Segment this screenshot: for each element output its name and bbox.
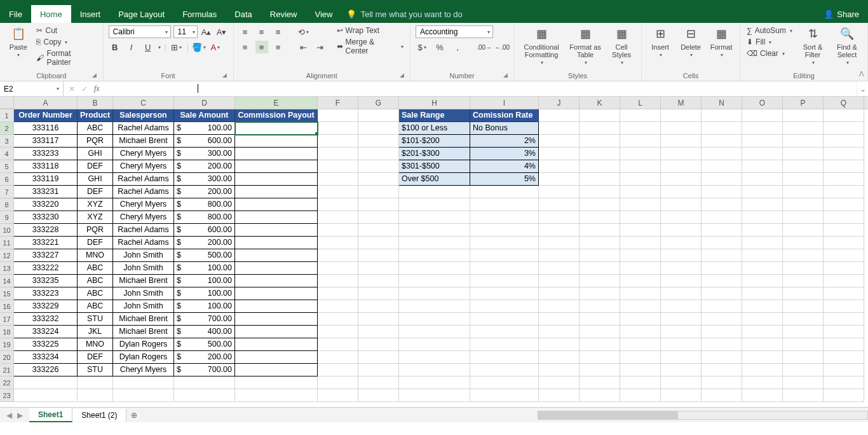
- cell-P10[interactable]: [783, 224, 824, 237]
- find-select-button[interactable]: 🔍Find & Select: [832, 25, 862, 66]
- cell-M18[interactable]: [661, 326, 702, 338]
- col-header-H[interactable]: H: [399, 97, 470, 109]
- cell-N4[interactable]: [702, 148, 742, 160]
- cell-F16[interactable]: [318, 300, 358, 313]
- cell-product-19[interactable]: MNO: [78, 338, 113, 351]
- header-C[interactable]: Salesperson: [113, 109, 174, 122]
- cell-salesperson-19[interactable]: Dylan Rogers: [113, 338, 174, 351]
- insert-function-icon[interactable]: fx: [94, 84, 100, 93]
- cell-amount-5[interactable]: $200.00: [174, 160, 235, 173]
- increase-indent-icon[interactable]: ⇥: [314, 41, 327, 53]
- cell-H13[interactable]: [399, 262, 470, 275]
- cell-N2[interactable]: [702, 122, 742, 135]
- cell-M20[interactable]: [661, 351, 702, 364]
- cell-P5[interactable]: [783, 160, 824, 173]
- cell-K18[interactable]: [580, 326, 620, 338]
- cell-commission-7[interactable]: [235, 186, 318, 198]
- cell-H18[interactable]: [399, 326, 470, 338]
- cell-J10[interactable]: [539, 224, 580, 237]
- name-box[interactable]: E2: [0, 81, 64, 96]
- cell-J2[interactable]: [539, 122, 580, 135]
- row-header-19[interactable]: 19: [0, 338, 14, 351]
- tab-review[interactable]: Review: [261, 5, 306, 23]
- merge-center-button[interactable]: ⬌Merge & Center: [336, 37, 405, 56]
- cell-F7[interactable]: [318, 186, 358, 198]
- comma-format-icon[interactable]: ,: [451, 41, 464, 53]
- cell-Q2[interactable]: [824, 122, 864, 135]
- cell-Q12[interactable]: [824, 249, 864, 262]
- col-header-Q[interactable]: Q: [824, 97, 864, 109]
- cell-H12[interactable]: [399, 249, 470, 262]
- cell-M8[interactable]: [661, 198, 702, 211]
- cell-order-13[interactable]: 333222: [14, 262, 78, 275]
- cell-L21[interactable]: [620, 364, 661, 376]
- cell-Q8[interactable]: [824, 198, 864, 211]
- cell-H22[interactable]: [399, 376, 470, 389]
- cell-range-4[interactable]: $201-$300: [399, 148, 470, 160]
- col-header-B[interactable]: B: [78, 97, 113, 109]
- cell-O15[interactable]: [742, 287, 783, 300]
- cell-F15[interactable]: [318, 287, 358, 300]
- cell-P15[interactable]: [783, 287, 824, 300]
- cell-I18[interactable]: [470, 326, 539, 338]
- cell-J9[interactable]: [539, 211, 580, 224]
- col-header-O[interactable]: O: [742, 97, 783, 109]
- cell-salesperson-9[interactable]: Cheryl Myers: [113, 211, 174, 224]
- sheet-nav-prev-icon[interactable]: ◀: [6, 411, 12, 420]
- header-E[interactable]: Commission Payout: [235, 109, 318, 122]
- sheet-nav-next-icon[interactable]: ▶: [17, 411, 23, 420]
- cell-product-6[interactable]: GHI: [78, 173, 113, 186]
- cell-O19[interactable]: [742, 338, 783, 351]
- cell-O7[interactable]: [742, 186, 783, 198]
- cell-range-2[interactable]: $100 or Less: [399, 122, 470, 135]
- row-header-6[interactable]: 6: [0, 173, 14, 186]
- format-as-table-button[interactable]: ▦Format as Table: [567, 25, 603, 66]
- cell-G2[interactable]: [358, 122, 399, 135]
- row-header-13[interactable]: 13: [0, 262, 14, 275]
- cell-amount-20[interactable]: $200.00: [174, 351, 235, 364]
- cell-K11[interactable]: [580, 237, 620, 249]
- cell-J6[interactable]: [539, 173, 580, 186]
- cell-amount-6[interactable]: $300.00: [174, 173, 235, 186]
- cell-F11[interactable]: [318, 237, 358, 249]
- cell-product-21[interactable]: STU: [78, 364, 113, 376]
- cell-F4[interactable]: [318, 148, 358, 160]
- conditional-formatting-button[interactable]: ▦Conditional Formatting: [519, 25, 564, 66]
- cell-range-3[interactable]: $101-$200: [399, 135, 470, 148]
- cell-I14[interactable]: [470, 275, 539, 287]
- cell-salesperson-12[interactable]: John Smith: [113, 249, 174, 262]
- cell-H16[interactable]: [399, 300, 470, 313]
- cell-M4[interactable]: [661, 148, 702, 160]
- cell-commission-4[interactable]: [235, 148, 318, 160]
- cell-product-2[interactable]: ABC: [78, 122, 113, 135]
- cell-J13[interactable]: [539, 262, 580, 275]
- cell-order-9[interactable]: 333230: [14, 211, 78, 224]
- row-header-4[interactable]: 4: [0, 148, 14, 160]
- cell-P9[interactable]: [783, 211, 824, 224]
- cell-J8[interactable]: [539, 198, 580, 211]
- cell-F8[interactable]: [318, 198, 358, 211]
- cell-L13[interactable]: [620, 262, 661, 275]
- row-header-21[interactable]: 21: [0, 364, 14, 376]
- cell-G8[interactable]: [358, 198, 399, 211]
- cell-P14[interactable]: [783, 275, 824, 287]
- cell-N18[interactable]: [702, 326, 742, 338]
- cell-G10[interactable]: [358, 224, 399, 237]
- cell-I15[interactable]: [470, 287, 539, 300]
- font-name-select[interactable]: Calibri: [109, 25, 171, 38]
- cell-commission-17[interactable]: [235, 313, 318, 326]
- cell-N12[interactable]: [702, 249, 742, 262]
- col-header-G[interactable]: G: [358, 97, 399, 109]
- cell-salesperson-13[interactable]: John Smith: [113, 262, 174, 275]
- col-header-A[interactable]: A: [14, 97, 78, 109]
- cell-P18[interactable]: [783, 326, 824, 338]
- cell-P11[interactable]: [783, 237, 824, 249]
- tab-home[interactable]: Home: [31, 5, 71, 23]
- cell-G22[interactable]: [358, 376, 399, 389]
- cell-G17[interactable]: [358, 313, 399, 326]
- cell-G14[interactable]: [358, 275, 399, 287]
- cell-H15[interactable]: [399, 287, 470, 300]
- cell-D23[interactable]: [174, 389, 235, 402]
- cell-G21[interactable]: [358, 364, 399, 376]
- cell-O21[interactable]: [742, 364, 783, 376]
